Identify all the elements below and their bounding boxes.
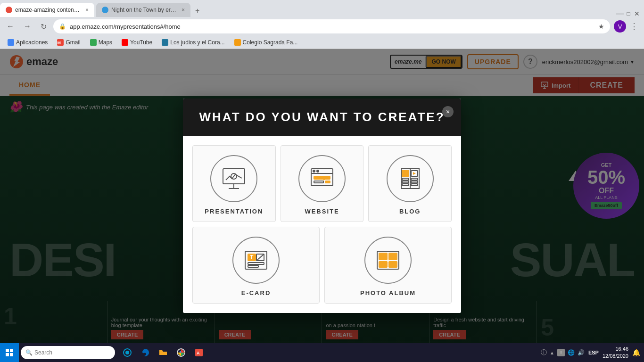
url-bar[interactable]: 🔒 app.emaze.com/mypresentations#/home ★ <box>53 19 610 33</box>
modal-close-button[interactable]: × <box>442 106 454 117</box>
bookmark-label-maps: Maps <box>99 39 112 46</box>
svg-point-11 <box>313 170 315 172</box>
tab-1-title: emaze-amazing content in minu... <box>15 7 81 13</box>
bookmark-maps[interactable]: Maps <box>87 38 115 47</box>
website-icon-circle <box>298 155 346 202</box>
bookmark-youtube[interactable]: YouTube <box>119 38 155 47</box>
taskbar-search[interactable]: 🔍 <box>21 346 115 359</box>
address-bar: ← → ↻ 🔒 app.emaze.com/mypresentations#/h… <box>0 17 644 36</box>
search-icon: 🔍 <box>25 349 33 356</box>
lock-icon: 🔒 <box>59 23 66 30</box>
refresh-button[interactable]: ↻ <box>38 20 50 33</box>
taskbar-apps: A <box>119 344 207 361</box>
svg-rect-13 <box>314 176 330 179</box>
new-tab-button[interactable]: + <box>190 5 204 17</box>
svg-rect-32 <box>248 263 264 264</box>
taskbar-notification-icon: ! <box>557 349 565 356</box>
tab-1-close[interactable]: × <box>85 7 89 13</box>
forward-button[interactable]: → <box>21 20 34 33</box>
app-container: emaze emaze.me GO NOW UPGRADE ? erickmer… <box>0 49 644 362</box>
create-option-blog[interactable]: BLOG <box>368 145 452 222</box>
url-text: app.emaze.com/mypresentations#/home <box>70 23 594 30</box>
bookmarks-bar: Aplicaciones M Gmail Maps YouTube Los ju… <box>0 36 644 49</box>
bookmark-colegio[interactable]: Colegio Sagrada Fa... <box>231 38 301 47</box>
svg-point-44 <box>125 351 129 354</box>
taskbar-system-icons: ⓘ ▲ ! 🌐 🔊 <box>541 348 585 357</box>
taskbar: 🔍 <box>0 343 644 362</box>
photoalbum-icon-circle <box>364 237 412 284</box>
chrome-icon <box>176 348 186 357</box>
tab-1-favicon <box>6 7 12 13</box>
blog-icon-circle <box>387 155 434 202</box>
tab-2-favicon <box>102 7 108 13</box>
volume-icon[interactable]: 🔊 <box>578 349 585 356</box>
modal-overlay[interactable]: WHAT DO YOU WANT TO CREATE? × <box>0 49 644 362</box>
bookmark-icon-youtube <box>122 39 128 46</box>
taskbar-right: ⓘ ▲ ! 🌐 🔊 ESP 16:46 12/08/2020 🔔 <box>541 346 644 360</box>
svg-marker-23 <box>413 172 416 175</box>
presentation-icon <box>221 166 247 191</box>
create-option-ecard[interactable]: T E-CARD <box>192 227 320 304</box>
cortana-icon <box>123 348 132 357</box>
presentation-label: PRESENTATION <box>205 208 263 215</box>
create-option-website[interactable]: WEBSITE <box>281 145 364 222</box>
svg-line-31 <box>256 254 264 261</box>
taskbar-clock: 16:46 12/08/2020 <box>603 346 628 360</box>
notification-bell-icon[interactable]: 🔔 <box>632 349 640 356</box>
tab-2-close[interactable]: × <box>182 7 185 13</box>
bookmark-icon-wp <box>162 39 168 46</box>
svg-rect-37 <box>379 262 387 267</box>
bookmark-label-wp: Los judios y el Cora... <box>170 39 224 46</box>
svg-rect-25 <box>411 181 418 183</box>
svg-rect-42 <box>10 353 13 356</box>
create-options-top-row: PRESENTATION <box>192 145 452 222</box>
star-icon[interactable]: ★ <box>598 23 604 30</box>
taskbar-date-text: 12/08/2020 <box>603 353 628 360</box>
tab-2[interactable]: Night on the Town by erickmerlc... × <box>96 3 190 17</box>
taskbar-app-edge[interactable] <box>137 344 154 361</box>
taskbar-search-input[interactable] <box>34 349 110 356</box>
bookmark-wp[interactable]: Los judios y el Cora... <box>159 38 227 47</box>
taskbar-app-chrome[interactable] <box>173 344 190 361</box>
tab-1[interactable]: emaze-amazing content in minu... × <box>0 3 94 17</box>
blog-icon <box>397 166 423 191</box>
bookmark-aplicaciones[interactable]: Aplicaciones <box>5 38 50 47</box>
create-option-photoalbum[interactable]: PHOTO ALBUM <box>324 227 452 304</box>
taskbar-help-icon: ⓘ <box>541 348 547 357</box>
taskbar-app-cortana[interactable] <box>119 344 136 361</box>
back-button[interactable]: ← <box>4 20 17 33</box>
modal-body: PRESENTATION <box>183 136 461 313</box>
ecard-icon: T <box>243 247 269 273</box>
svg-rect-20 <box>402 181 409 183</box>
svg-rect-35 <box>379 253 387 260</box>
presentation-icon-circle <box>210 155 257 202</box>
create-option-presentation[interactable]: PRESENTATION <box>192 145 276 222</box>
bookmark-icon-gmail: M <box>57 39 64 46</box>
profile-button[interactable]: V <box>614 20 626 33</box>
create-options-bottom-row: T E-CARD <box>192 227 452 304</box>
bookmark-label-youtube: YouTube <box>130 39 152 46</box>
maximize-button[interactable]: □ <box>625 10 632 17</box>
bookmark-icon-apps <box>8 39 14 46</box>
menu-button[interactable]: ⋮ <box>628 21 640 32</box>
photoalbum-label: PHOTO ALBUM <box>360 289 416 296</box>
tab-bar: emaze-amazing content in minu... × Night… <box>0 0 644 17</box>
bookmark-gmail[interactable]: M Gmail <box>54 38 83 47</box>
taskbar-app-acrobat[interactable]: A <box>190 344 207 361</box>
bookmark-label-apps: Aplicaciones <box>16 39 48 46</box>
bookmark-icon-colegio <box>234 39 241 46</box>
start-button[interactable] <box>0 343 19 362</box>
taskbar-app-files[interactable] <box>155 344 172 361</box>
bookmark-label-gmail: Gmail <box>66 39 80 46</box>
bookmark-icon-maps <box>90 39 97 46</box>
close-button[interactable]: ✕ <box>634 10 640 17</box>
browser-chrome: emaze-amazing content in minu... × Night… <box>0 0 644 49</box>
svg-text:A: A <box>197 351 200 355</box>
minimize-button[interactable]: — <box>617 10 623 17</box>
bookmark-label-colegio: Colegio Sagrada Fa... <box>243 39 298 46</box>
svg-rect-33 <box>248 265 258 267</box>
taskbar-expand-icon[interactable]: ▲ <box>550 350 554 355</box>
modal: WHAT DO YOU WANT TO CREATE? × <box>183 99 461 313</box>
svg-rect-39 <box>6 349 9 352</box>
edge-icon <box>140 348 150 357</box>
